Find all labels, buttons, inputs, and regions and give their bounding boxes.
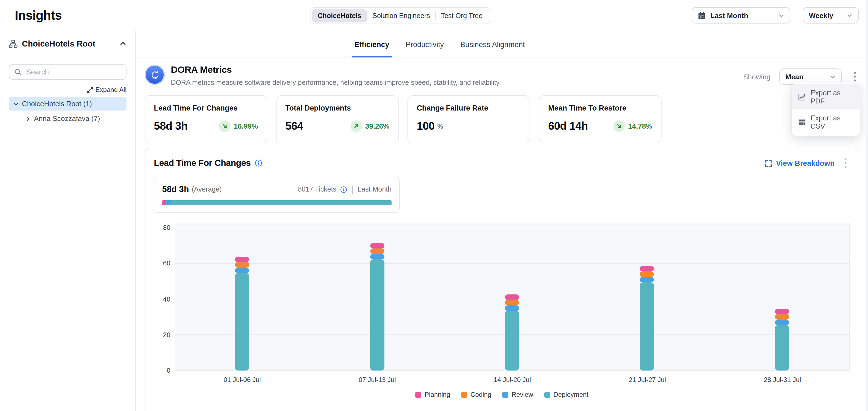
trend-pct: 39.26% [365,122,390,130]
chevron-down-icon [13,101,19,106]
granularity-select[interactable]: Weekly [803,7,859,24]
bar-segment-review [235,268,249,273]
card-lead-time-for-changes: Lead Time For Changes 58d 3h 16.99% [145,95,267,143]
org-tree: ChoiceHotels Root (1) Anna Scozzafava (7… [0,97,135,125]
expand-all-button[interactable]: Expand All [87,86,126,94]
search-input[interactable] [25,67,121,77]
legend-swatch [461,391,467,398]
chevron-down-icon [778,12,784,18]
scrollbar[interactable] [866,0,868,411]
summary-ticket-count: 8017 Tickets [298,185,336,193]
aggregation-select-value: Mean [785,72,803,81]
trend-up-icon [350,121,362,132]
collapse-sidebar-icon[interactable] [119,40,126,47]
page-title: Insights [15,8,62,23]
stacked-bar-1[interactable] [235,257,249,371]
tree-item-label: Anna Scozzafava (7) [34,114,100,123]
view-breakdown-label: View Breakdown [776,159,835,167]
dora-controls: Showing Mean [743,62,859,85]
org-chart-icon [9,39,18,48]
lead-time-chart-card: Lead Time For Changes View Breakdown [145,148,859,411]
period-select[interactable]: Last Month [692,7,790,24]
card-change-failure-rate: Change Failure Rate 100 % [407,95,530,143]
dora-kebab-menu-icon[interactable] [850,71,859,83]
card-title: Total Deployments [285,104,390,112]
card-title: Mean Time To Restore [548,104,652,112]
bar-segment-coding [775,314,789,320]
sidebar-root-title: ChoiceHotels Root [22,39,115,48]
summary-qualifier: (Average) [192,185,221,193]
info-icon[interactable] [255,159,262,167]
chart-summary-card: 58d 3h (Average) 8017 Tickets Last Month [154,177,400,213]
bar-segment-coding [505,300,519,305]
expand-arrows-icon [87,87,93,93]
org-tab-solution-engineers[interactable]: Solution Engineers [367,9,435,22]
tab-efficiency[interactable]: Efficiency [354,31,390,58]
bar-chart-y-axis: 020406080 [154,223,170,371]
bar-segment-review [370,254,384,260]
legend-item-planning: Planning [415,391,450,399]
table-icon [798,118,806,126]
tree-item-anna-scozzafava[interactable]: Anna Scozzafava (7) [9,112,126,125]
period-select-value: Last Month [710,11,748,20]
search-box [9,64,126,80]
trend-down-icon [219,121,230,132]
stacked-bar-3[interactable] [505,295,519,371]
export-pdf-label: Export as PDF [810,89,854,105]
main-panel: Efficiency Productivity Business Alignme… [136,31,868,411]
bar-segment-coding [235,262,249,268]
x-tick-label: 14 Jul-20 Jul [445,376,580,384]
legend-swatch [544,391,550,398]
export-pdf-menu-item[interactable]: Export as PDF [792,84,860,109]
bar-segment-review [505,305,519,311]
aggregation-select[interactable]: Mean [779,68,842,85]
dora-description: DORA metrics measure software delivery p… [171,79,501,87]
expand-corners-icon [765,160,772,167]
bar-segment-deployment [640,283,654,371]
bar-segment-planning [505,295,519,300]
bar-segment-planning [370,243,384,248]
bar-slot [175,223,310,371]
legend-item-review: Review [502,391,533,399]
tree-item-label: ChoiceHotels Root (1) [22,100,92,108]
legend-item-coding: Coding [461,391,491,399]
stacked-bar-4[interactable] [640,266,654,371]
chart-kebab-menu-icon[interactable] [841,157,850,169]
tab-business-alignment[interactable]: Business Alignment [460,31,525,58]
bar-segment-coding [640,272,654,277]
showing-label: Showing [743,72,771,81]
legend-item-deployment: Deployment [544,391,588,399]
y-tick-label: 80 [163,224,170,232]
stacked-bar-5[interactable] [775,309,789,371]
export-csv-menu-item[interactable]: Export as CSV [792,109,860,135]
card-value: 58d 3h [154,120,188,132]
y-tick-label: 0 [167,367,170,374]
y-tick-label: 20 [163,331,170,339]
top-bar-controls: Last Month Weekly [692,7,868,24]
export-menu: Export as PDF Export as CSV [792,83,860,136]
info-icon[interactable] [340,186,347,193]
dora-metrics-icon [145,65,165,85]
calendar-icon [698,11,706,20]
card-title: Lead Time For Changes [154,104,258,112]
tree-item-choicehotels-root[interactable]: ChoiceHotels Root (1) [9,97,126,110]
legend-label: Deployment [553,391,588,399]
chevron-down-icon [847,12,852,18]
x-tick-label: 21 Jul-27 Jul [580,376,715,384]
trend-pct: 16.99% [234,122,258,130]
org-tab-choicehotels[interactable]: ChoiceHotels [312,9,367,22]
x-tick-label: 01 Jul-06 Jul [175,376,310,384]
search-icon [14,68,21,75]
bar-slot [580,223,714,371]
y-tick-label: 60 [163,260,170,267]
progress-segment-deployment [171,200,391,205]
chart-export-icon [798,93,806,101]
card-value: 60d 14h [548,120,588,132]
tab-productivity[interactable]: Productivity [406,31,444,58]
legend-swatch [502,391,508,398]
stacked-bar-2[interactable] [370,243,384,371]
phase-progress-bar [162,200,392,205]
view-breakdown-button[interactable]: View Breakdown [765,159,835,167]
metric-cards: Lead Time For Changes 58d 3h 16.99% [145,95,859,143]
org-tab-test-org-tree[interactable]: Test Org Tree [436,9,489,22]
